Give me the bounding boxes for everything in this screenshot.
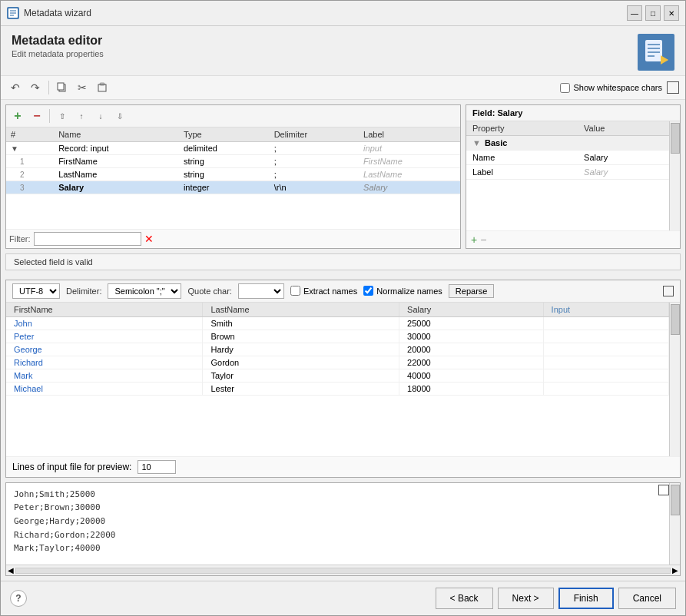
props-table: Property Value ▼ Basic — [466, 121, 669, 180]
quote-char-select[interactable] — [238, 283, 284, 299]
cell-salary: 30000 — [399, 330, 544, 343]
raw-line: Richard;Gordon;22000 — [14, 528, 661, 542]
raw-scrollbar-thumb[interactable] — [671, 485, 680, 515]
add-field-button[interactable]: + — [9, 108, 26, 124]
props-section-basic: ▼ Basic — [466, 136, 669, 151]
remove-field-button[interactable]: − — [28, 108, 45, 124]
main-window: Metadata wizard — □ ✕ Metadata editor Ed… — [0, 0, 686, 616]
app-icon — [7, 7, 19, 19]
normalize-names-checkbox[interactable] — [363, 286, 373, 296]
delimiter-select[interactable]: Semicolon ";" — [108, 283, 181, 299]
row-delimiter: ; — [270, 155, 359, 168]
props-scrollbar-thumb[interactable] — [671, 123, 680, 154]
window-controls: — □ ✕ — [627, 5, 679, 21]
cancel-button[interactable]: Cancel — [618, 588, 676, 609]
encoding-select[interactable]: UTF-8 — [12, 283, 60, 299]
prop-name: Label — [466, 165, 578, 180]
raw-scrollbar[interactable] — [669, 483, 680, 565]
props-scrollbar[interactable] — [669, 121, 680, 230]
show-whitespace-label[interactable]: Show whitespace chars — [560, 83, 662, 93]
copy-button[interactable] — [54, 79, 71, 96]
move-down-bottom-button[interactable]: ⇩ — [111, 108, 128, 124]
fields-data-table: # Name Type Delimiter Label ▼ Record: in… — [6, 128, 460, 194]
fields-panel: + − ⇧ ↑ ↓ ⇩ # Name Type — [5, 104, 461, 249]
filter-label: Filter: — [9, 234, 31, 243]
page-header: Metadata editor Edit metadata properties — [1, 26, 685, 75]
table-row-selected[interactable]: 3 Salary integer \r\n Salary — [6, 181, 460, 194]
top-section: + − ⇧ ↑ ↓ ⇩ # Name Type — [5, 104, 681, 249]
show-whitespace-checkbox[interactable] — [560, 83, 570, 93]
data-row[interactable]: Mark Taylor 40000 — [6, 369, 669, 382]
normalize-names-label[interactable]: Normalize names — [363, 286, 442, 296]
data-row[interactable]: George Hardy 20000 — [6, 343, 669, 356]
preview-scrollbar-thumb[interactable] — [671, 304, 680, 335]
raw-line: John;Smith;25000 — [14, 488, 661, 502]
toolbar-maximize-button[interactable] — [667, 81, 679, 94]
move-down-button[interactable]: ↓ — [92, 108, 109, 124]
add-property-button[interactable]: + — [471, 233, 477, 246]
row-name: Salary — [54, 181, 179, 194]
minimize-button[interactable]: — — [627, 5, 642, 21]
data-row[interactable]: Michael Lester 18000 — [6, 382, 669, 395]
extract-names-label[interactable]: Extract names — [290, 286, 357, 296]
move-up-button[interactable]: ↑ — [73, 108, 90, 124]
data-col-salary: Salary — [399, 303, 544, 317]
maximize-button[interactable]: □ — [645, 5, 661, 21]
col-type: Type — [179, 128, 270, 142]
col-name: Name — [54, 128, 179, 142]
paste-button[interactable] — [94, 79, 111, 96]
prop-value: Salary — [578, 151, 669, 165]
fields-table: # Name Type Delimiter Label ▼ Record: in… — [6, 128, 460, 229]
fields-toolbar: + − ⇧ ↑ ↓ ⇩ — [6, 105, 460, 128]
title-bar: Metadata wizard — □ ✕ — [1, 1, 685, 26]
help-button[interactable]: ? — [10, 590, 27, 607]
filter-input[interactable] — [34, 232, 141, 246]
row-label: LastName — [359, 168, 460, 181]
reparse-button[interactable]: Reparse — [449, 284, 495, 298]
data-row[interactable]: Richard Gordon 22000 — [6, 356, 669, 369]
move-up-top-button[interactable]: ⇧ — [54, 108, 71, 124]
props-row[interactable]: Label Salary — [466, 165, 669, 180]
table-row[interactable]: 1 FirstName string ; FirstName — [6, 155, 460, 168]
page-subtitle: Edit metadata properties — [12, 49, 104, 58]
cell-input — [543, 382, 668, 395]
lines-input[interactable] — [138, 460, 176, 474]
cell-lastname: Gordon — [203, 356, 399, 369]
window-title: Metadata wizard — [24, 8, 622, 18]
preview-table-wrap: FirstName LastName Salary Input John Smi… — [6, 303, 669, 456]
prop-name: Name — [466, 151, 578, 165]
cell-salary: 25000 — [399, 316, 544, 330]
main-toolbar: ↶ ↷ ✂ Show whitespace chars — [1, 75, 685, 100]
back-button[interactable]: < Back — [436, 588, 493, 609]
raw-data-section: John;Smith;25000 Peter;Brown;30000 Georg… — [5, 482, 681, 576]
data-row[interactable]: Peter Brown 30000 — [6, 330, 669, 343]
preview-scrollbar[interactable] — [669, 303, 680, 456]
cell-firstname: John — [6, 316, 203, 330]
preview-maximize-button[interactable] — [663, 286, 674, 296]
data-col-lastname: LastName — [203, 303, 399, 317]
redo-button[interactable]: ↷ — [27, 79, 44, 96]
undo-button[interactable]: ↶ — [7, 79, 24, 96]
raw-hscrollbar[interactable]: ◀ ▶ — [6, 565, 680, 575]
next-button[interactable]: Next > — [498, 588, 554, 609]
remove-property-button[interactable]: − — [480, 233, 486, 246]
toolbar-right: Show whitespace chars — [560, 81, 679, 94]
cell-firstname: Michael — [6, 382, 203, 395]
extract-names-checkbox[interactable] — [290, 286, 300, 296]
raw-maximize-button[interactable] — [658, 485, 669, 495]
row-delimiter: ; — [270, 168, 359, 181]
finish-button[interactable]: Finish — [558, 588, 614, 609]
row-name: LastName — [54, 168, 179, 181]
table-row[interactable]: 2 LastName string ; LastName — [6, 168, 460, 181]
clear-filter-button[interactable]: ✕ — [144, 233, 154, 245]
col-delimiter: Delimiter — [270, 128, 359, 142]
page-title: Metadata editor — [12, 34, 104, 48]
cell-input — [543, 369, 668, 382]
props-row[interactable]: Name Salary — [466, 151, 669, 165]
table-row[interactable]: ▼ Record: input delimited ; input — [6, 142, 460, 155]
close-button[interactable]: ✕ — [664, 5, 679, 21]
data-row[interactable]: John Smith 25000 — [6, 316, 669, 330]
row-delimiter: ; — [270, 142, 359, 155]
row-name: Record: input — [54, 142, 179, 155]
cut-button[interactable]: ✂ — [74, 79, 91, 96]
